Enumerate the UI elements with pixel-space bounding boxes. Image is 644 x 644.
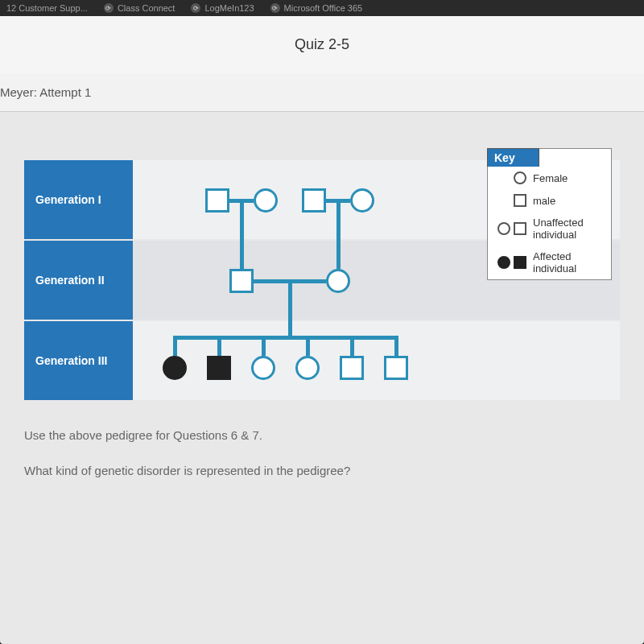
connector-line [288, 321, 292, 336]
bookmark-class-connect[interactable]: ⟳ Class Connect [104, 3, 175, 13]
male-square-icon [229, 269, 254, 293]
connector-line [336, 203, 341, 241]
key-label: Female [533, 172, 568, 184]
key-header: Key [487, 148, 539, 167]
generation-labels: Generation I Generation II Generation II… [24, 160, 133, 402]
legend-affected-square-icon [514, 256, 526, 269]
female-circle-icon [254, 188, 278, 213]
connector-line [394, 336, 398, 356]
bookmark-label: 12 Customer Supp... [6, 3, 88, 13]
key-row-male: male [488, 189, 611, 212]
female-circle-icon [251, 356, 275, 380]
quiz-title: Quiz 2-5 [0, 16, 644, 73]
key-label: Affected individual [533, 250, 605, 275]
key-row-unaffected: Unaffected individual [488, 212, 611, 246]
gen3-label: Generation III [24, 321, 133, 402]
legend-male-icon [514, 194, 526, 207]
bookmark-label: Microsoft Office 365 [284, 3, 363, 13]
question-instruction: Use the above pedigree for Questions 6 &… [24, 426, 620, 445]
connector-line [288, 283, 292, 321]
question-prompt: What kind of genetic disorder is represe… [24, 461, 620, 481]
key-label: Unaffected individual [533, 217, 605, 241]
connector-line [240, 203, 244, 241]
gen2-label: Generation II [24, 241, 133, 321]
bookmark-icon: ⟳ [104, 3, 114, 13]
connector-line [262, 336, 266, 356]
female-circle-icon [326, 269, 350, 293]
connector-line [240, 241, 244, 269]
bookmark-label: LogMeIn123 [204, 3, 254, 13]
bookmark-customer-supp[interactable]: 12 Customer Supp... [6, 3, 88, 13]
chart-area: Key Female male Unaffected [133, 160, 620, 402]
gen1-label: Generation I [24, 160, 133, 241]
bookmark-logmein[interactable]: ⟳ LogMeIn123 [191, 3, 254, 13]
legend-key: Key Female male Unaffected [487, 148, 612, 280]
key-row-female: Female [488, 167, 611, 189]
pedigree-chart: Generation I Generation II Generation II… [24, 160, 620, 402]
bookmark-icon: ⟳ [270, 3, 280, 13]
key-label: male [533, 195, 555, 207]
legend-unaffected-square-icon [514, 222, 526, 235]
legend-female-icon [514, 171, 526, 184]
male-affected-icon [207, 356, 231, 380]
legend-affected-circle-icon [497, 256, 510, 269]
attempt-info: Meyer: Attempt 1 [0, 73, 644, 112]
bookmark-icon: ⟳ [191, 3, 200, 13]
male-square-icon [302, 188, 326, 213]
connector-line [306, 336, 310, 356]
bookmarks-bar: 12 Customer Supp... ⟳ Class Connect ⟳ Lo… [0, 0, 644, 16]
bookmark-label: Class Connect [118, 3, 175, 13]
page-content: Quiz 2-5 Meyer: Attempt 1 Generation I G… [0, 16, 644, 644]
key-row-affected: Affected individual [488, 246, 611, 279]
connector-line [350, 336, 354, 356]
female-circle-icon [350, 188, 374, 213]
bookmark-office365[interactable]: ⟳ Microsoft Office 365 [270, 3, 363, 13]
legend-unaffected-circle-icon [497, 222, 510, 235]
monitor-frame: 12 Customer Supp... ⟳ Class Connect ⟳ Lo… [0, 0, 644, 644]
male-square-icon [384, 356, 408, 380]
female-affected-icon [163, 356, 187, 380]
male-square-icon [205, 188, 229, 213]
connector-line [173, 336, 177, 356]
gen3-row [133, 321, 620, 402]
male-square-icon [340, 356, 364, 380]
connector-line [173, 336, 394, 340]
female-circle-icon [295, 356, 320, 380]
connector-line [336, 241, 341, 269]
connector-line [217, 336, 221, 356]
